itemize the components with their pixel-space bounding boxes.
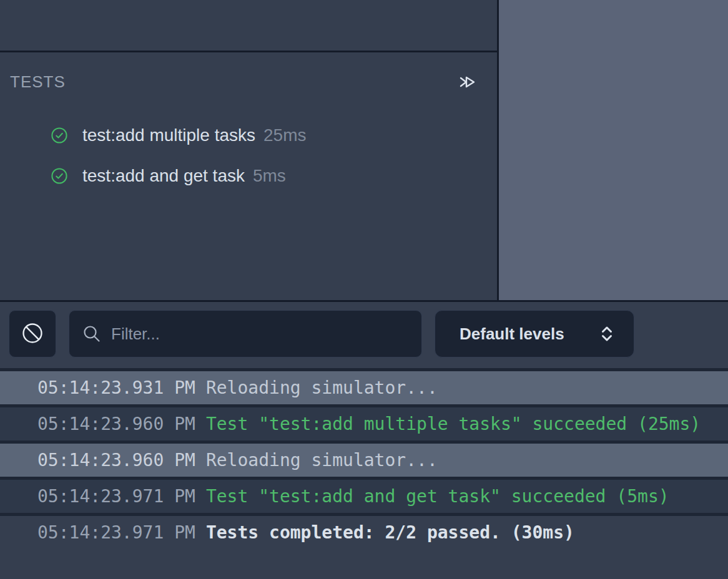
log-timestamp: 05:14:23.960 PM [37, 450, 195, 470]
search-icon [82, 324, 102, 344]
app-window: TESTS [0, 0, 728, 579]
right-pane [499, 0, 728, 300]
log-message: Test "test:add multiple tasks" succeeded… [206, 414, 701, 434]
test-name: test:add multiple tasks [82, 125, 255, 145]
log-timestamp: 05:14:23.931 PM [37, 377, 195, 398]
run-all-icon [458, 84, 477, 93]
test-duration: 5ms [253, 166, 286, 186]
log-row[interactable]: 05:14:23.971 PM Test "test:add and get t… [0, 477, 728, 513]
log-message: Test "test:add and get task" succeeded (… [206, 486, 669, 507]
clear-logs-button[interactable] [9, 310, 56, 358]
console-toolbar: Default levels [0, 302, 728, 358]
top-region: TESTS [0, 0, 728, 300]
log-row[interactable]: 05:14:23.960 PM Reloading simulator... [0, 440, 728, 477]
log-levels-selected-value: Default levels [460, 324, 598, 344]
log-timestamp: 05:14:23.971 PM [37, 486, 195, 507]
tests-header: TESTS [0, 52, 497, 91]
filter-input[interactable] [111, 324, 409, 344]
test-passed-icon [51, 127, 68, 144]
left-column: TESTS [0, 0, 499, 300]
test-name: test:add and get task [82, 166, 245, 186]
log-message: Reloading simulator... [206, 450, 438, 470]
editor-strip [0, 0, 497, 52]
block-icon [21, 322, 44, 346]
run-all-tests-button[interactable] [456, 72, 478, 92]
log-row[interactable]: 05:14:23.960 PM Test "test:add multiple … [0, 404, 728, 440]
log-list: 05:14:23.931 PM Reloading simulator... 0… [0, 368, 728, 579]
filter-field [69, 310, 422, 358]
test-duration: 25ms [263, 125, 306, 145]
tests-panel-title: TESTS [10, 72, 66, 92]
console-panel: Default levels 05:14:23.931 PM Reloading… [0, 300, 728, 579]
test-list-item[interactable]: test:add and get task 5ms [0, 155, 497, 196]
chevron-up-down-icon [598, 324, 616, 344]
log-message: Reloading simulator... [206, 377, 438, 398]
log-levels-select[interactable]: Default levels [435, 310, 634, 358]
log-row[interactable]: 05:14:23.931 PM Reloading simulator... [0, 368, 728, 404]
log-row[interactable]: 05:14:23.971 PM Tests completed: 2/2 pas… [0, 513, 728, 549]
log-message: Tests completed: 2/2 passed. (30ms) [206, 522, 574, 543]
test-list: test:add multiple tasks 25ms test:add an… [0, 115, 497, 196]
log-timestamp: 05:14:23.971 PM [37, 522, 195, 543]
log-timestamp: 05:14:23.960 PM [37, 414, 195, 434]
test-passed-icon [51, 167, 68, 185]
test-list-item[interactable]: test:add multiple tasks 25ms [0, 115, 497, 155]
tests-panel: TESTS [0, 52, 497, 300]
